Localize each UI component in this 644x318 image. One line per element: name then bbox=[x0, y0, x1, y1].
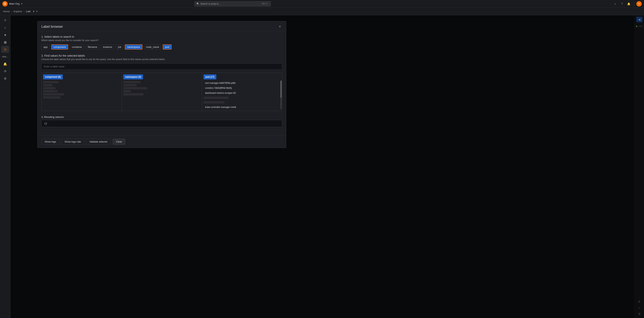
scroll-thumb bbox=[280, 80, 282, 98]
grafana-logo[interactable]: G bbox=[2, 1, 8, 6]
search-shortcut: ⌘K+k bbox=[261, 2, 269, 5]
list-item[interactable] bbox=[123, 87, 147, 89]
scroll-track bbox=[280, 80, 282, 109]
columns-container: component (6) bbox=[41, 73, 282, 111]
label-chip-node_name[interactable]: node_name bbox=[144, 44, 162, 49]
show-logs-rate-button[interactable]: Show logs rate bbox=[61, 139, 84, 145]
sidebar-item-dashboards[interactable]: ▦ bbox=[1, 39, 9, 45]
column-component-header: component (6) bbox=[43, 74, 63, 79]
resulting-selector: {} bbox=[41, 120, 282, 127]
help-button[interactable]: ? bbox=[619, 1, 625, 6]
modal-overlay: Label browser × 1. Select labels to sear… bbox=[10, 15, 644, 318]
sidebar-item-explore[interactable]: ⊙ bbox=[1, 46, 9, 53]
list-item[interactable] bbox=[43, 84, 53, 86]
label-chip-instance[interactable]: instance bbox=[101, 44, 114, 49]
label-value-search[interactable] bbox=[41, 63, 282, 70]
org-selector[interactable]: Main Org. ▼ bbox=[9, 2, 23, 5]
column-pod-items: cert-manager-fdd97855b-pt6b coredns-7db6… bbox=[202, 81, 282, 111]
share-icon[interactable]: ⬆ bbox=[33, 10, 35, 13]
list-item[interactable]: cert-manager-fdd97855b-pt6b bbox=[204, 81, 280, 85]
label-chip-pod[interactable]: pod bbox=[163, 44, 172, 49]
sidebar: ≡ ⌂ ★ ▦ ⊙ Metr... 🔔 ⟳ ⚙ bbox=[0, 15, 10, 318]
step3-section: 3. Resulting selector {} bbox=[41, 116, 282, 127]
sidebar-item-metrics[interactable]: Metr... bbox=[1, 53, 9, 60]
clear-button[interactable]: Clear bbox=[113, 139, 125, 145]
list-item[interactable]: coredns-7db6d8ff4d-9bdhj bbox=[204, 86, 280, 90]
column-namespace: namespace (5) bbox=[122, 73, 202, 111]
step1-section: 1. Select labels to search in Which labe… bbox=[41, 35, 282, 49]
help-icon: ? bbox=[621, 2, 623, 5]
label-chip-job[interactable]: job bbox=[116, 44, 123, 49]
list-item[interactable] bbox=[43, 87, 56, 89]
label-chip-component[interactable]: component bbox=[51, 44, 68, 49]
label-browser-modal: Label browser × 1. Select labels to sear… bbox=[37, 21, 286, 148]
breadcrumb-loki: Loki bbox=[26, 10, 30, 13]
label-chip-filename[interactable]: filename bbox=[86, 44, 99, 49]
step2-description: Choose the label values that you would l… bbox=[41, 58, 282, 61]
validate-selector-button[interactable]: Validate selector bbox=[86, 139, 111, 145]
topbar: G Main Org. ▼ 🔍 Search or jump to... ⌘K+… bbox=[0, 0, 644, 8]
list-item[interactable] bbox=[123, 84, 137, 86]
sidebar-item-alerting[interactable]: 🔔 bbox=[1, 60, 9, 67]
topbar-divider bbox=[634, 2, 634, 6]
modal-close-button[interactable]: × bbox=[278, 24, 282, 29]
step1-heading: 1. Select labels to search in bbox=[41, 35, 282, 38]
modal-body: 1. Select labels to search in Which labe… bbox=[38, 31, 286, 135]
step3-heading: 3. Resulting selector bbox=[41, 116, 282, 118]
list-item[interactable] bbox=[204, 97, 228, 99]
breadcrumb-home[interactable]: Home bbox=[3, 10, 10, 13]
step2-section: 2. Find values for the selected labels C… bbox=[41, 54, 282, 111]
label-chip-container[interactable]: container bbox=[70, 44, 84, 49]
list-item[interactable] bbox=[43, 93, 64, 95]
list-item[interactable]: dashboard-metrics-scraper-b5 bbox=[204, 91, 280, 95]
content-area: Label browser × 1. Select labels to sear… bbox=[10, 15, 644, 318]
add-button[interactable]: + bbox=[612, 1, 618, 6]
list-item[interactable] bbox=[43, 81, 58, 83]
label-chips-container: app component container filename instanc… bbox=[41, 44, 282, 49]
topbar-right: + ? 🔔 A bbox=[612, 1, 642, 6]
label-chip-namespace[interactable]: namespace bbox=[125, 44, 142, 49]
breadcrumb-explore[interactable]: Explore bbox=[14, 10, 22, 13]
column-namespace-header: namespace (5) bbox=[123, 74, 143, 79]
list-item[interactable] bbox=[123, 93, 144, 95]
main-layout: ≡ ⌂ ★ ▦ ⊙ Metr... 🔔 ⟳ ⚙ Label browser × bbox=[0, 15, 644, 318]
column-namespace-items bbox=[122, 81, 202, 111]
org-chevron-icon: ▼ bbox=[21, 3, 23, 5]
show-logs-button[interactable]: Show logs bbox=[41, 139, 59, 145]
global-search[interactable]: 🔍 Search or jump to... ⌘K+k bbox=[194, 1, 271, 6]
column-pod-header: pod (17) bbox=[204, 74, 216, 79]
sidebar-item-admin[interactable]: ⚙ bbox=[1, 75, 9, 82]
step1-description: Which labels would you like to consider … bbox=[41, 39, 282, 42]
search-icon: 🔍 bbox=[196, 2, 199, 5]
list-item[interactable]: kube-controller-manager-minik bbox=[204, 105, 280, 109]
list-item[interactable] bbox=[123, 90, 131, 92]
bell-icon: 🔔 bbox=[627, 2, 630, 5]
modal-footer: Show logs Show logs rate Validate select… bbox=[38, 135, 286, 148]
breadcrumb-sep-2: › bbox=[24, 10, 24, 13]
modal-header: Label browser × bbox=[38, 21, 286, 31]
sidebar-item-menu[interactable]: ≡ bbox=[1, 17, 9, 24]
breadcrumb-chevron-icon[interactable]: ▼ bbox=[36, 10, 38, 12]
column-pod: pod (17) cert-manager-fdd97855b-pt6b cor… bbox=[202, 73, 282, 111]
label-chip-app[interactable]: app bbox=[41, 44, 50, 49]
list-item[interactable] bbox=[123, 81, 140, 83]
sidebar-item-starred[interactable]: ★ bbox=[1, 31, 9, 38]
breadcrumb-sep-1: › bbox=[11, 10, 12, 13]
step2-heading: 2. Find values for the selected labels bbox=[41, 54, 282, 57]
list-item[interactable] bbox=[204, 101, 224, 103]
sidebar-item-home[interactable]: ⌂ bbox=[1, 24, 9, 31]
list-item[interactable] bbox=[43, 96, 60, 98]
notifications-button[interactable]: 🔔 bbox=[626, 1, 632, 6]
breadcrumb-bar: Home › Explore › Loki ⬆ ▼ bbox=[0, 8, 644, 15]
modal-title: Label browser bbox=[41, 25, 63, 29]
avatar[interactable]: A bbox=[636, 1, 642, 6]
column-component: component (6) bbox=[42, 73, 122, 111]
column-component-items bbox=[42, 81, 122, 111]
sidebar-item-connections[interactable]: ⟳ bbox=[1, 68, 9, 75]
list-item[interactable] bbox=[43, 90, 58, 92]
